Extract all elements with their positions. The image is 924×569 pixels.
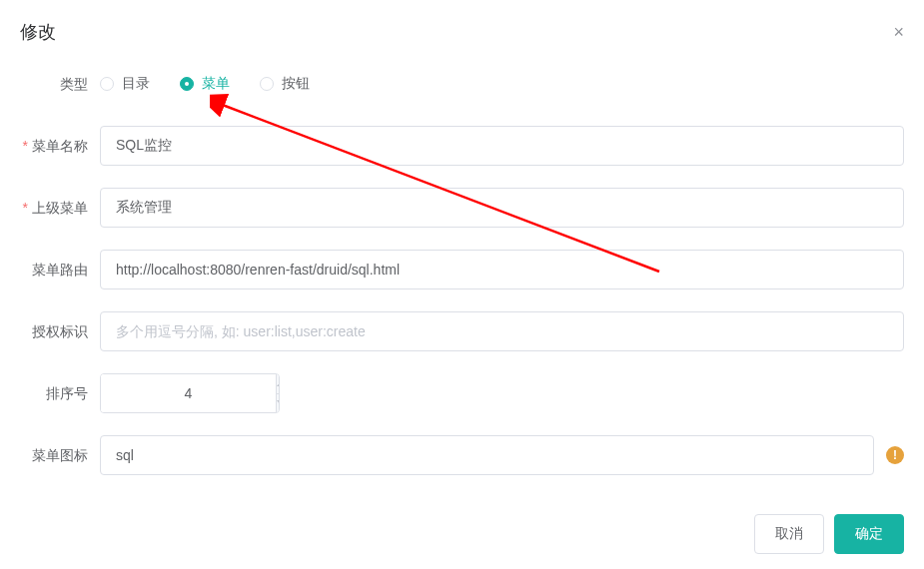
radio-label: 按钮 — [282, 75, 310, 93]
confirm-button[interactable]: 确定 — [834, 514, 904, 554]
form-item-parent: 上级菜单 — [20, 188, 904, 228]
form-item-perm: 授权标识 — [20, 311, 904, 351]
form-item-order: 排序号 — [20, 373, 904, 413]
input-parent[interactable] — [100, 188, 904, 228]
dialog: 修改 × 类型 目录 菜单 按钮 菜单 — [0, 0, 924, 569]
close-icon[interactable]: × — [893, 23, 904, 41]
form-item-route: 菜单路由 — [20, 250, 904, 289]
dialog-body: 类型 目录 菜单 按钮 菜单名称 — [0, 54, 924, 517]
radio-group-type: 目录 菜单 按钮 — [100, 75, 904, 93]
radio-directory[interactable]: 目录 — [100, 75, 150, 93]
dialog-title: 修改 — [20, 20, 56, 44]
input-route[interactable] — [100, 250, 904, 289]
form-item-name: 菜单名称 — [20, 126, 904, 166]
input-number-order — [100, 373, 280, 413]
input-name[interactable] — [100, 126, 904, 166]
label-perm: 授权标识 — [20, 311, 100, 351]
radio-button[interactable]: 按钮 — [260, 75, 310, 93]
label-type: 类型 — [20, 64, 100, 104]
label-route: 菜单路由 — [20, 250, 100, 289]
form-item-type: 类型 目录 菜单 按钮 — [20, 64, 904, 104]
dialog-footer: 取消 确定 — [754, 514, 904, 554]
warning-icon[interactable]: ! — [886, 446, 904, 464]
radio-circle-icon — [260, 77, 274, 91]
input-perm[interactable] — [100, 311, 904, 351]
stepper-down-icon[interactable] — [277, 394, 280, 413]
cancel-button[interactable]: 取消 — [754, 514, 824, 554]
form-item-icon: 菜单图标 ! — [20, 435, 904, 475]
input-order-value[interactable] — [101, 374, 276, 412]
dialog-header: 修改 × — [0, 0, 924, 54]
stepper-up-icon[interactable] — [277, 374, 280, 394]
radio-label: 菜单 — [202, 75, 230, 93]
label-icon: 菜单图标 — [20, 435, 100, 475]
radio-menu[interactable]: 菜单 — [180, 75, 230, 93]
input-icon[interactable] — [100, 435, 874, 475]
label-order: 排序号 — [20, 373, 100, 413]
label-name: 菜单名称 — [20, 126, 100, 166]
radio-label: 目录 — [122, 75, 150, 93]
label-parent: 上级菜单 — [20, 188, 100, 228]
radio-circle-icon — [100, 77, 114, 91]
radio-circle-icon — [180, 77, 194, 91]
